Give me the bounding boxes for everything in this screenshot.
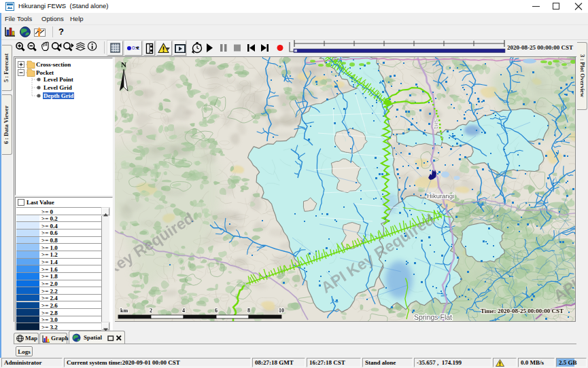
svg-text:6: 6	[215, 308, 218, 314]
svg-text:N: N	[121, 60, 126, 69]
svg-text:4: 4	[182, 308, 185, 314]
svg-text:2: 2	[150, 308, 152, 314]
svg-text:Hikurangi: Hikurangi	[427, 192, 454, 200]
svg-text:km: km	[120, 308, 128, 314]
svg-text:Time: 2020-08-25 00:00:00 CST: Time: 2020-08-25 00:00:00 CST	[481, 308, 564, 314]
svg-text:8: 8	[247, 308, 250, 314]
svg-text:Springs Flat: Springs Flat	[414, 313, 452, 321]
svg-text:SH1: SH1	[433, 119, 440, 130]
svg-text:10: 10	[279, 308, 284, 314]
